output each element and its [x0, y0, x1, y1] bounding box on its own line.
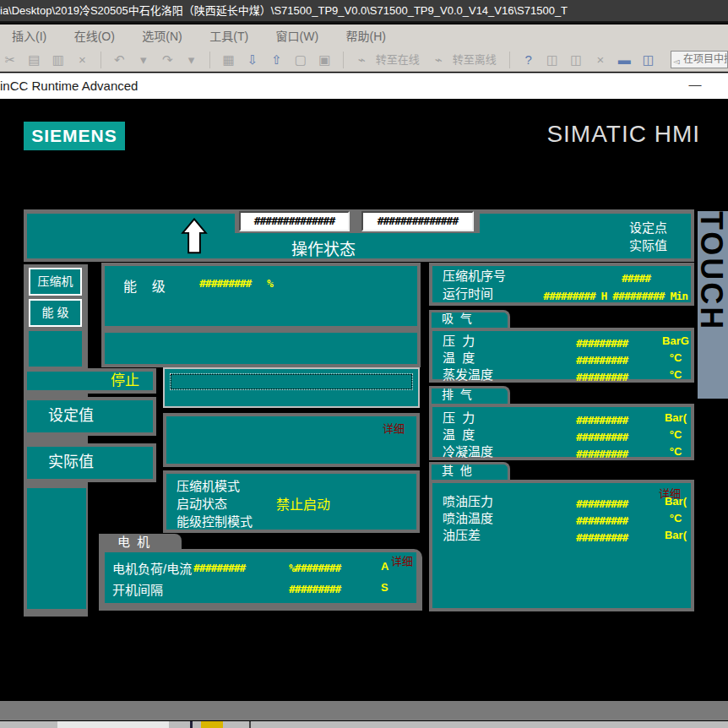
- io-field-actual[interactable]: ##############: [361, 211, 474, 231]
- runtime-icon[interactable]: ▣: [316, 48, 333, 71]
- redo-dropdown-icon[interactable]: ▾: [183, 48, 200, 71]
- io-field[interactable]: #########: [576, 369, 627, 386]
- oil-injection-temp-label: 喷油温度: [443, 510, 493, 527]
- minimize-button[interactable]: —: [681, 73, 709, 99]
- energy-value-field[interactable]: #########: [199, 277, 251, 290]
- energy-level-box: 能 级 ######### %: [101, 263, 421, 329]
- folder-icon[interactable]: [201, 721, 223, 728]
- menu-insert[interactable]: 插入(I): [0, 24, 58, 48]
- window-icon[interactable]: ◫: [544, 48, 561, 71]
- discharge-tab: 排 气: [429, 386, 510, 404]
- window-icon[interactable]: ◫: [568, 48, 584, 71]
- actual-value-button[interactable]: 实际值: [24, 443, 156, 482]
- search-in-project-input[interactable]: ◅ 在项目中搜: [671, 51, 728, 68]
- taskbar-divider: [190, 721, 193, 728]
- paste-icon[interactable]: ▥: [50, 48, 67, 71]
- taskbar-app-segment[interactable]: [57, 721, 169, 728]
- mode-row: 压缩机模式: [177, 477, 416, 495]
- io-field[interactable]: %########: [289, 562, 340, 574]
- unit-label: Bar(: [654, 527, 698, 544]
- unit-label: S: [381, 581, 388, 594]
- menu-online[interactable]: 在线(O): [62, 24, 127, 48]
- start-inhibit-status: 禁止启动: [276, 496, 330, 513]
- motor-load-label: 电机负荷/电流: [112, 559, 192, 577]
- mode-row: 能级控制模式: [177, 513, 416, 530]
- go-online-icon[interactable]: ⌁: [353, 48, 370, 71]
- legend-actual: 实际值: [629, 236, 667, 254]
- stop-status-button[interactable]: 停止: [24, 368, 156, 394]
- copy-icon[interactable]: ▤: [25, 48, 42, 71]
- unit-label: °C: [654, 443, 698, 460]
- energy-slider-box: [163, 367, 420, 408]
- nav-button-compressor[interactable]: 压缩机: [29, 268, 82, 296]
- mode-box: 压缩机模式 启动状态 能级控制模式 禁止启动: [163, 470, 420, 533]
- temperature-label: 温 度: [443, 426, 475, 443]
- energy-slider[interactable]: [170, 373, 413, 390]
- menu-options[interactable]: 选项(N): [130, 24, 193, 48]
- upload-from-device-icon[interactable]: ⇧: [268, 48, 285, 71]
- close-window-icon[interactable]: ×: [592, 48, 609, 71]
- message-box: [101, 329, 421, 367]
- io-field-setpoint[interactable]: ##############: [239, 211, 350, 231]
- io-field[interactable]: #########: [193, 562, 245, 574]
- unit-label: °C: [654, 426, 698, 443]
- window-title-text: ia\Desktop\2019冷S20505中石化洛阳（陕西延长中煤）\S715…: [0, 4, 568, 17]
- pressure-label: 压 力: [443, 410, 475, 426]
- io-field[interactable]: ######### H ######### Min: [543, 287, 687, 305]
- window-title-bar[interactable]: ia\Desktop\2019冷S20505中石化洛阳（陕西延长中煤）\S715…: [0, 0, 728, 23]
- cut-icon[interactable]: ✂: [2, 48, 19, 71]
- io-field[interactable]: #########: [576, 530, 627, 546]
- condensing-temp-label: 冷凝温度: [443, 443, 493, 460]
- io-field[interactable]: #########: [576, 446, 627, 463]
- setpoint-button[interactable]: 设定值: [24, 397, 156, 436]
- taskbar[interactable]: [0, 721, 728, 728]
- window-bottom-strip: [0, 701, 728, 720]
- unit-label: °C: [654, 367, 698, 383]
- menu-tools[interactable]: 工具(T): [198, 24, 260, 48]
- runtime-window-title-bar[interactable]: inCC Runtime Advanced —: [0, 73, 728, 99]
- oil-pressure-diff-label: 油压差: [443, 527, 481, 544]
- page-title: 操作状态: [252, 236, 395, 259]
- energy-label: 能 级: [123, 275, 166, 296]
- header-bar: ############## ############## 操作状态 设定点 实…: [24, 209, 694, 262]
- split-vertical-icon[interactable]: ◫: [640, 48, 657, 71]
- menu-window[interactable]: 窗口(W): [264, 24, 331, 48]
- compressor-info-box: 压缩机序号 ##### 运行时间 ######### H ######### M…: [429, 263, 694, 306]
- other-tab: 其 他: [429, 462, 510, 480]
- siemens-logo: SIEMENS: [24, 122, 125, 150]
- toolbar: ✂ ▤ ▥ × ↶ ▾ ↷ ▾ ▦ ⇩ ⇧ ▢ ▣ ⌁ 转至在线 ⌁ 转至离线 …: [0, 48, 728, 72]
- go-offline-button[interactable]: 转至离线: [453, 48, 497, 71]
- toolbar-separator: [101, 52, 101, 68]
- touch-bezel-label: TOUCH: [698, 211, 728, 399]
- suction-box: 压 力 ######### BarG 温 度 ######### °C 蒸发温度…: [429, 328, 694, 383]
- unit-label: Bar(: [654, 493, 698, 510]
- delete-icon[interactable]: ×: [73, 48, 90, 71]
- unit-label: BarG: [654, 333, 698, 350]
- go-offline-icon[interactable]: ⌁: [430, 48, 447, 71]
- simulation-icon[interactable]: ▢: [292, 48, 309, 71]
- motor-section: 详细 电机负荷/电流 ######### %######## A 开机间隔 ##…: [99, 549, 422, 611]
- up-arrow-icon[interactable]: [180, 218, 209, 255]
- detail-link[interactable]: 详细: [383, 420, 405, 436]
- menu-help[interactable]: 帮助(H): [334, 24, 398, 48]
- split-horizontal-icon[interactable]: ▬: [616, 48, 633, 71]
- io-field[interactable]: #########: [289, 583, 340, 595]
- compile-icon[interactable]: ▦: [220, 48, 237, 71]
- download-to-device-icon[interactable]: ⇩: [244, 48, 261, 71]
- undo-dropdown-icon[interactable]: ▾: [135, 48, 152, 71]
- redo-icon[interactable]: ↷: [159, 48, 176, 71]
- application-window: ia\Desktop\2019冷S20505中石化洛阳（陕西延长中煤）\S715…: [0, 0, 728, 728]
- unit-label: Bar(: [654, 410, 698, 426]
- compressor-no-label: 压缩机序号: [443, 267, 506, 285]
- discharge-box: 压 力 ######### Bar( 温 度 ######### °C 冷凝温度…: [429, 404, 694, 460]
- start-interval-label: 开机间隔: [112, 580, 163, 598]
- search-icon: ◅: [673, 53, 680, 68]
- diagnostics-icon[interactable]: ?: [520, 48, 537, 71]
- motor-detail-link[interactable]: 详细: [391, 552, 413, 568]
- undo-icon[interactable]: ↶: [111, 48, 128, 71]
- oil-injection-pressure-label: 喷油压力: [443, 493, 493, 510]
- nav-button-energy[interactable]: 能 级: [29, 299, 82, 327]
- go-online-button[interactable]: 转至在线: [376, 48, 420, 71]
- menu-bar: 插入(I) 在线(O) 选项(N) 工具(T) 窗口(W) 帮助(H): [0, 24, 728, 48]
- detail-box: 详细: [163, 413, 420, 467]
